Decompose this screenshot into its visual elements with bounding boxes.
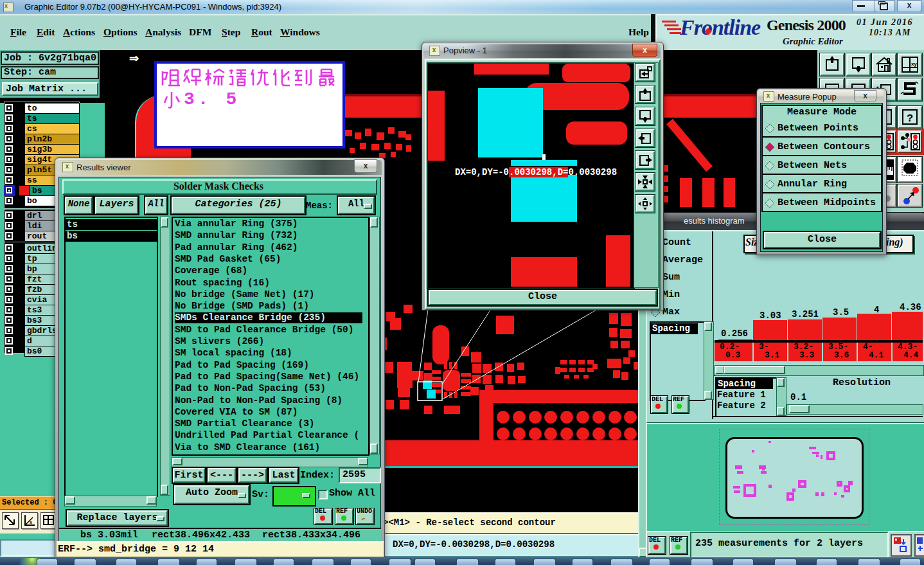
svg-text:?: ? — [907, 112, 913, 125]
svg-text:x: x — [30, 520, 33, 525]
svg-text:xy: xy — [911, 61, 917, 67]
